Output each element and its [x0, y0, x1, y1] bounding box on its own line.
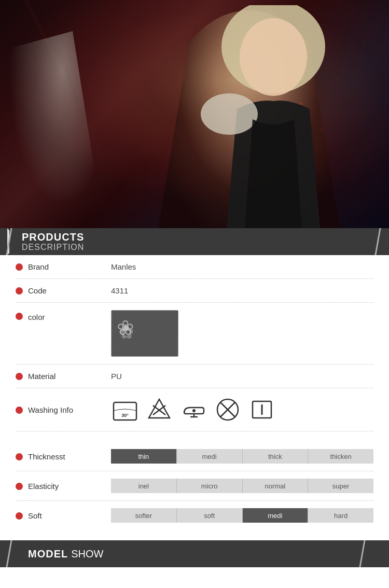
- slash-left-decorator: [6, 228, 12, 255]
- elasticity-option-super: super: [308, 479, 373, 493]
- model-slash-left: [6, 540, 12, 567]
- spacer: [16, 431, 373, 442]
- svg-point-12: [201, 93, 258, 135]
- thickness-row: Thicknesst thin medi thick thicken: [16, 442, 373, 471]
- products-description-header: PRODUCTS DESCRIPTION: [0, 228, 389, 255]
- color-row: color ✿: [16, 303, 373, 365]
- svg-rect-18: [112, 311, 177, 356]
- model-title-bold: MODEL: [28, 548, 68, 560]
- soft-option-medi: medi: [243, 508, 309, 523]
- brand-label: Brand: [28, 262, 111, 271]
- material-value: PU: [111, 372, 373, 381]
- color-bullet: [16, 313, 23, 320]
- header-title-main: PRODUCTS: [22, 231, 84, 243]
- thickness-option-thin: thin: [111, 449, 177, 464]
- slash-right-decorator: [374, 228, 381, 255]
- iron-low-icon: [179, 396, 207, 424]
- code-row: Code 4311: [16, 279, 373, 303]
- elasticity-row: Elasticity inel micro normal super: [16, 471, 373, 501]
- thickness-option-medi: medi: [177, 449, 243, 464]
- no-bleach-icon: [145, 396, 173, 424]
- dry-clean-icon: [248, 396, 276, 424]
- elasticity-label: Elasticity: [28, 482, 111, 491]
- washing-row: Washing Info 30°: [16, 388, 373, 431]
- hero-image: [0, 0, 389, 228]
- thickness-bars: thin medi thick thicken: [111, 449, 373, 464]
- code-label: Code: [28, 286, 111, 295]
- thickness-option-thicken: thicken: [308, 449, 373, 464]
- brand-value: Manles: [111, 262, 373, 271]
- washing-icons-container: 30°: [111, 396, 276, 424]
- brand-row: Brand Manles: [16, 255, 373, 279]
- brand-bullet: [16, 263, 23, 271]
- thickness-bullet: [16, 453, 23, 460]
- washing-label: Washing Info: [28, 405, 111, 414]
- svg-text:✿: ✿: [119, 323, 134, 342]
- elasticity-bullet: [16, 483, 23, 490]
- description-table: Brand Manles Code 4311 color ✿: [0, 255, 389, 530]
- soft-label: Soft: [28, 511, 111, 520]
- elasticity-option-micro: micro: [177, 479, 243, 493]
- elasticity-option-inel: inel: [111, 479, 177, 493]
- soft-option-softer: softer: [111, 508, 177, 523]
- figure-svg: [175, 5, 372, 228]
- color-swatch: ✿: [111, 310, 178, 357]
- color-label: color: [28, 313, 111, 321]
- code-bullet: [16, 287, 23, 295]
- thickness-label: Thicknesst: [28, 452, 111, 461]
- elasticity-option-normal: normal: [243, 479, 309, 493]
- svg-point-23: [192, 409, 196, 412]
- no-tumble-dry-icon: [214, 396, 242, 424]
- material-label: Material: [28, 372, 111, 381]
- soft-option-hard: hard: [308, 508, 373, 523]
- elasticity-bars: inel micro normal super: [111, 479, 373, 493]
- model-show-header: MODEL SHOW: [0, 540, 389, 567]
- svg-point-11: [240, 18, 307, 96]
- wash-30-icon: 30°: [111, 396, 139, 424]
- soft-bullet: [16, 512, 23, 520]
- washing-bullet: [16, 407, 23, 414]
- material-row: Material PU: [16, 365, 373, 388]
- material-bullet: [16, 373, 23, 380]
- soft-option-soft: soft: [177, 508, 243, 523]
- code-value: 4311: [111, 286, 373, 295]
- header-title-sub: DESCRIPTION: [22, 243, 84, 252]
- header-title-block: PRODUCTS DESCRIPTION: [22, 231, 84, 252]
- soft-row: Soft softer soft medi hard: [16, 501, 373, 530]
- soft-bars: softer soft medi hard: [111, 508, 373, 523]
- model-slash-right: [359, 540, 365, 567]
- model-title-normal: SHOW: [71, 548, 103, 560]
- thickness-option-thick: thick: [243, 449, 309, 464]
- svg-text:30°: 30°: [121, 413, 129, 418]
